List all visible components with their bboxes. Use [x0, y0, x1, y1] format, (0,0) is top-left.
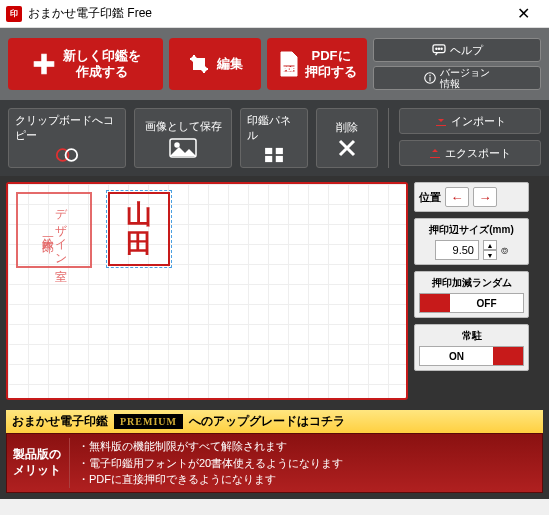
- resident-panel: 常駐 ON: [414, 324, 529, 371]
- merits-panel: 製品版の メリット 無料版の機能制限がすべて解除されます 電子印鑑用フォントが2…: [6, 433, 543, 493]
- svg-point-7: [66, 149, 78, 161]
- merits-list: 無料版の機能制限がすべて解除されます 電子印鑑用フォントが20書体使えるようにな…: [78, 438, 343, 488]
- footer: おまかせ電子印鑑 PREMIUM へのアップグレードはコチラ 製品版の メリット…: [0, 406, 549, 499]
- toggle-handle: [493, 347, 523, 365]
- save-image-button[interactable]: 画像として保存: [134, 108, 232, 168]
- svg-rect-11: [276, 148, 283, 154]
- svg-rect-10: [265, 148, 272, 154]
- random-state: OFF: [450, 294, 523, 312]
- image-icon: [169, 138, 197, 158]
- size-target-icon: ⌾: [501, 243, 508, 257]
- main-area: デザイン室 鈴木一郎 山 田 位置 ← → 押印辺サイズ(mm) ▲ ▼: [0, 176, 549, 406]
- stamp-yamada[interactable]: 山 田: [108, 192, 170, 266]
- version-label: バージョン 情報: [440, 67, 490, 89]
- random-label: 押印加減ランダム: [419, 276, 524, 290]
- pdf-stamp-button[interactable]: PDF PDFに 押印する: [267, 38, 367, 90]
- edit-button[interactable]: 編集: [169, 38, 261, 90]
- save-image-label: 画像として保存: [145, 119, 222, 134]
- size-label: 押印辺サイズ(mm): [419, 223, 524, 237]
- create-stamp-label: 新しく印鑑を 作成する: [63, 48, 141, 79]
- mid-toolbar: クリップボードへコピー 画像として保存 印鑑パネル 削除 インポート エクスポー…: [0, 100, 549, 176]
- clipboard-copy-button[interactable]: クリップボードへコピー: [8, 108, 126, 168]
- stamp-canvas[interactable]: デザイン室 鈴木一郎 山 田: [8, 184, 406, 398]
- clipboard-copy-label: クリップボードへコピー: [15, 113, 119, 143]
- stamp-suzuki[interactable]: デザイン室 鈴木一郎: [16, 192, 92, 268]
- window-title: おまかせ電子印鑑 Free: [28, 5, 503, 22]
- size-up-button[interactable]: ▲: [483, 240, 497, 250]
- close-button[interactable]: ✕: [503, 0, 543, 28]
- version-button[interactable]: バージョン 情報: [373, 66, 541, 90]
- premium-badge: PREMIUM: [114, 414, 183, 429]
- upgrade-prefix: おまかせ電子印鑑: [12, 413, 108, 430]
- export-icon: [429, 147, 441, 159]
- help-label: ヘルプ: [450, 43, 483, 58]
- pdf-icon: PDF: [277, 51, 301, 77]
- app-icon: 印: [6, 6, 22, 22]
- titlebar: 印 おまかせ電子印鑑 Free ✕: [0, 0, 549, 28]
- size-panel: 押印辺サイズ(mm) ▲ ▼ ⌾: [414, 218, 529, 265]
- pdf-stamp-label: PDFに 押印する: [305, 48, 357, 79]
- svg-text:PDF: PDF: [283, 66, 295, 72]
- random-panel: 押印加減ランダム OFF: [414, 271, 529, 318]
- toggle-handle: [420, 294, 450, 312]
- size-down-button[interactable]: ▼: [483, 250, 497, 260]
- stamp-yamada-char1: 山: [126, 200, 152, 229]
- random-toggle[interactable]: OFF: [419, 293, 524, 313]
- resident-toggle[interactable]: ON: [419, 346, 524, 366]
- canvas-container: デザイン室 鈴木一郎 山 田: [6, 182, 408, 400]
- resident-state: ON: [420, 347, 493, 365]
- svg-point-4: [440, 48, 441, 49]
- side-panel: 位置 ← → 押印辺サイズ(mm) ▲ ▼ ⌾ 押印加減ランダム OFF: [414, 182, 529, 400]
- delete-label: 削除: [336, 120, 358, 135]
- crop-icon: [187, 52, 211, 76]
- upgrade-suffix: へのアップグレードはコチラ: [189, 413, 345, 430]
- separator: [388, 108, 389, 168]
- plus-icon: [31, 51, 57, 77]
- position-next-button[interactable]: →: [473, 187, 497, 207]
- merits-title: 製品版の メリット: [13, 438, 70, 488]
- merits-title-1: 製品版の: [13, 447, 61, 463]
- svg-rect-12: [265, 156, 272, 162]
- position-prev-button[interactable]: ←: [445, 187, 469, 207]
- resident-label: 常駐: [419, 329, 524, 343]
- export-button[interactable]: エクスポート: [399, 140, 541, 166]
- svg-point-3: [438, 48, 439, 49]
- import-button[interactable]: インポート: [399, 108, 541, 134]
- upgrade-banner[interactable]: おまかせ電子印鑑 PREMIUM へのアップグレードはコチラ: [6, 410, 543, 433]
- info-icon: [424, 72, 436, 84]
- size-input[interactable]: [435, 240, 479, 260]
- svg-point-2: [435, 48, 436, 49]
- grid-icon: [263, 147, 285, 163]
- position-label: 位置: [419, 190, 441, 205]
- create-stamp-button[interactable]: 新しく印鑑を 作成する: [8, 38, 163, 90]
- export-label: エクスポート: [445, 146, 511, 161]
- import-icon: [435, 115, 447, 127]
- top-toolbar: 新しく印鑑を 作成する 編集 PDF PDFに 押印する ヘルプ バージョン 情…: [0, 28, 549, 100]
- stamp-panel-button[interactable]: 印鑑パネル: [240, 108, 308, 168]
- edit-label: 編集: [217, 56, 243, 72]
- merit-item: PDFに直接押印できるようになります: [78, 471, 343, 488]
- svg-rect-13: [276, 156, 283, 162]
- svg-point-9: [175, 143, 179, 147]
- chat-icon: [432, 44, 446, 56]
- stamp-panel-label: 印鑑パネル: [247, 113, 301, 143]
- merit-item: 無料版の機能制限がすべて解除されます: [78, 438, 343, 455]
- stamp-yamada-char2: 田: [126, 229, 152, 258]
- merit-item: 電子印鑑用フォントが20書体使えるようになります: [78, 455, 343, 472]
- delete-button[interactable]: 削除: [316, 108, 378, 168]
- import-label: インポート: [451, 114, 506, 129]
- help-button[interactable]: ヘルプ: [373, 38, 541, 62]
- rings-icon: [47, 147, 87, 163]
- x-icon: [337, 139, 357, 157]
- position-panel: 位置 ← →: [414, 182, 529, 212]
- merits-title-2: メリット: [13, 463, 61, 479]
